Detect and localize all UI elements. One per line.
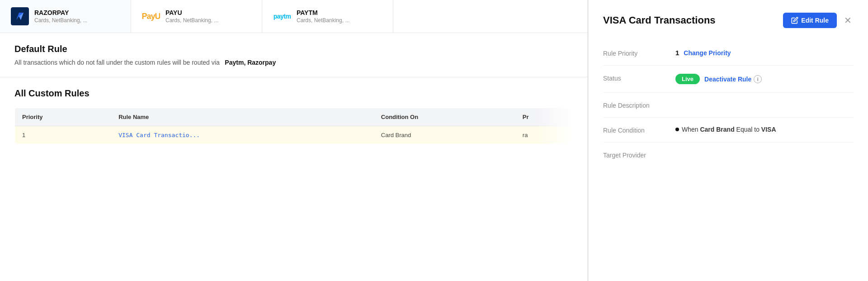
close-button[interactable]: ✕ bbox=[842, 13, 854, 28]
live-badge: Live bbox=[675, 74, 700, 84]
rule-description-row: Rule Description bbox=[603, 93, 854, 118]
col-rule-name: Rule Name bbox=[111, 108, 374, 126]
status-value-container: Live Deactivate Rule i bbox=[675, 74, 762, 84]
table-header: Priority Rule Name Condition On Pr bbox=[15, 108, 573, 126]
condition-text: When Card Brand Equal to VISA bbox=[682, 126, 776, 133]
gateway-card-razorpay[interactable]: RAZORPAY Cards, NetBanking, ... bbox=[0, 0, 131, 33]
paytm-info: PAYTM Cards, NetBanking, ... bbox=[297, 9, 349, 24]
rules-table: Priority Rule Name Condition On Pr 1 VIS… bbox=[14, 108, 573, 144]
row-rule-name: VISA Card Transactio... bbox=[111, 126, 374, 144]
change-priority-link[interactable]: Change Priority bbox=[684, 49, 731, 57]
rule-priority-value-container: 1 Change Priority bbox=[675, 49, 731, 57]
rules-table-container: Priority Rule Name Condition On Pr 1 VIS… bbox=[14, 108, 573, 144]
razorpay-sub: Cards, NetBanking, ... bbox=[34, 17, 87, 24]
rule-detail-title: VISA Card Transactions bbox=[603, 14, 716, 26]
rule-condition-row: Rule Condition When Card Brand Equal to … bbox=[603, 118, 854, 143]
condition-item: When Card Brand Equal to VISA bbox=[675, 126, 776, 133]
deactivate-rule-link[interactable]: Deactivate Rule i bbox=[704, 75, 762, 83]
edit-icon bbox=[791, 17, 798, 24]
row-condition-on: Card Brand bbox=[374, 126, 515, 144]
col-priority: Priority bbox=[15, 108, 112, 126]
custom-rules-section: All Custom Rules Priority Rule Name Cond… bbox=[0, 77, 587, 144]
row-pr: ra bbox=[515, 126, 573, 144]
payu-info: PAYU Cards, NetBanking, ... bbox=[165, 9, 218, 24]
payu-icon: PayU bbox=[142, 7, 160, 25]
gateway-card-payu[interactable]: PayU PAYU Cards, NetBanking, ... bbox=[131, 0, 262, 33]
rule-priority-label: Rule Priority bbox=[603, 49, 675, 57]
header-actions: Edit Rule ✕ bbox=[783, 13, 854, 28]
edit-rule-button[interactable]: Edit Rule bbox=[783, 13, 837, 28]
default-rule-description: All transactions which do not fall under… bbox=[14, 59, 573, 66]
condition-bullet bbox=[675, 128, 679, 131]
target-provider-row: Target Provider bbox=[603, 143, 854, 167]
rule-detail-panel: VISA Card Transactions Edit Rule ✕ Rule … bbox=[588, 0, 868, 281]
paytm-name: PAYTM bbox=[297, 9, 349, 16]
gateway-row: RAZORPAY Cards, NetBanking, ... PayU PAY… bbox=[0, 0, 587, 33]
default-rule-via: Paytm, Razorpay bbox=[225, 59, 276, 66]
gateway-card-paytm[interactable]: paytm PAYTM Cards, NetBanking, ... bbox=[262, 0, 393, 33]
razorpay-icon bbox=[11, 7, 29, 25]
info-icon[interactable]: i bbox=[754, 75, 762, 83]
col-condition-on: Condition On bbox=[374, 108, 515, 126]
rule-condition-label: Rule Condition bbox=[603, 126, 675, 134]
col-pr: Pr bbox=[515, 108, 573, 126]
rule-priority-number: 1 bbox=[675, 49, 679, 57]
table-row[interactable]: 1 VISA Card Transactio... Card Brand ra bbox=[15, 126, 573, 144]
row-priority: 1 bbox=[15, 126, 112, 144]
rule-priority-row: Rule Priority 1 Change Priority bbox=[603, 41, 854, 66]
payu-name: PAYU bbox=[165, 9, 218, 16]
rule-detail-header: VISA Card Transactions Edit Rule ✕ bbox=[603, 13, 854, 28]
rule-description-label: Rule Description bbox=[603, 101, 675, 109]
status-label: Status bbox=[603, 74, 675, 82]
table-body: 1 VISA Card Transactio... Card Brand ra bbox=[15, 126, 573, 144]
custom-rules-title: All Custom Rules bbox=[14, 88, 573, 99]
paytm-icon: paytm bbox=[273, 7, 291, 25]
payu-sub: Cards, NetBanking, ... bbox=[165, 17, 218, 24]
paytm-sub: Cards, NetBanking, ... bbox=[297, 17, 349, 24]
rule-condition-value: When Card Brand Equal to VISA bbox=[675, 126, 776, 133]
default-rule-title: Default Rule bbox=[14, 44, 573, 54]
default-rule-section: Default Rule All transactions which do n… bbox=[0, 33, 587, 77]
razorpay-name: RAZORPAY bbox=[34, 9, 87, 16]
status-row: Status Live Deactivate Rule i bbox=[603, 66, 854, 93]
target-provider-label: Target Provider bbox=[603, 151, 675, 159]
razorpay-info: RAZORPAY Cards, NetBanking, ... bbox=[34, 9, 87, 24]
